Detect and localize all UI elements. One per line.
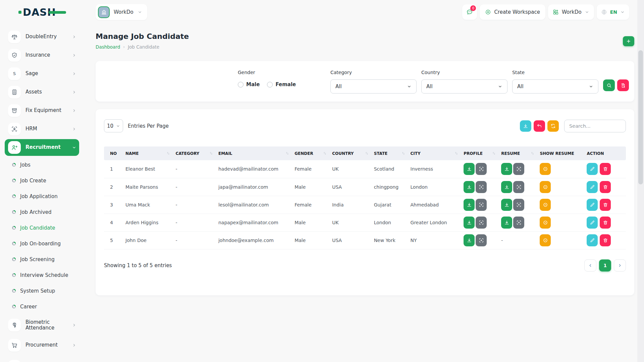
- entries-per-page-select[interactable]: 10: [104, 119, 123, 132]
- sort-icon[interactable]: [454, 152, 458, 155]
- sidebar-item-fix-equipment[interactable]: Fix Equipment: [5, 101, 79, 120]
- resume-download-button[interactable]: [501, 199, 512, 211]
- pagination-prev-button[interactable]: [584, 259, 596, 272]
- sidebar-subitem-job-screening[interactable]: Job Screening: [5, 251, 79, 267]
- breadcrumb-dashboard-link[interactable]: Dashboard: [96, 44, 120, 50]
- sidebar-subitem-job-create[interactable]: Job Create: [5, 173, 79, 188]
- delete-candidate-button[interactable]: [600, 234, 611, 246]
- breadcrumb: Dashboard › Job Candidate: [96, 44, 189, 50]
- messages-button[interactable]: 0: [462, 4, 477, 20]
- add-candidate-button[interactable]: [623, 36, 634, 46]
- sort-icon[interactable]: [323, 152, 327, 155]
- edit-candidate-button[interactable]: [587, 217, 598, 229]
- scrollbar-thumb[interactable]: [638, 50, 643, 184]
- column-header-resume[interactable]: RESUME: [498, 146, 537, 160]
- profile-preview-button[interactable]: [476, 181, 487, 193]
- radio-male[interactable]: [238, 82, 244, 87]
- sidebar-subitem-job-archived[interactable]: Job Archived: [5, 204, 79, 220]
- delete-candidate-button[interactable]: [600, 163, 611, 175]
- show-resume-button[interactable]: [540, 163, 551, 175]
- create-workspace-button[interactable]: Create Workspace: [480, 4, 545, 20]
- country-select[interactable]: All: [421, 79, 507, 94]
- profile-download-button[interactable]: [464, 181, 475, 193]
- pagination-next-button[interactable]: [614, 259, 626, 272]
- profile-download-button[interactable]: [464, 217, 475, 229]
- column-header-name[interactable]: NAME: [123, 146, 173, 160]
- sidebar-subitem-job-candidate[interactable]: Job Candidate: [5, 220, 79, 236]
- delete-candidate-button[interactable]: [600, 217, 611, 229]
- profile-preview-button[interactable]: [476, 199, 487, 211]
- show-resume-button[interactable]: [540, 199, 551, 211]
- resume-download-button[interactable]: [501, 163, 512, 175]
- sidebar-subitem-system-setup[interactable]: System Setup: [5, 283, 79, 299]
- profile-preview-button[interactable]: [476, 163, 487, 175]
- workspace-selector[interactable]: WorkDo: [96, 4, 147, 20]
- profile-download-button[interactable]: [464, 163, 475, 175]
- dash-logo[interactable]: DASH: [23, 6, 56, 18]
- resume-preview-button[interactable]: [513, 163, 524, 175]
- column-header-email[interactable]: EMAIL: [216, 146, 292, 160]
- sidebar-subitem-career[interactable]: Career: [5, 299, 79, 314]
- category-select[interactable]: All: [330, 79, 417, 94]
- column-header-city[interactable]: CITY: [408, 146, 461, 160]
- app-menu-selector[interactable]: WorkDo: [548, 4, 594, 20]
- edit-candidate-button[interactable]: [587, 199, 598, 211]
- sort-icon[interactable]: [285, 152, 289, 155]
- show-resume-button[interactable]: [540, 234, 551, 246]
- sidebar-item-assets[interactable]: Assets: [5, 83, 79, 101]
- sidebar-item-biometric-attendance[interactable]: Biometric Attendance: [5, 314, 79, 336]
- sidebar-subitem-job-on-boarding[interactable]: Job On-boarding: [5, 236, 79, 251]
- column-header-profile[interactable]: PROFILE: [461, 146, 498, 160]
- sort-icon[interactable]: [365, 152, 369, 155]
- edit-candidate-button[interactable]: [587, 163, 598, 175]
- resume-preview-button[interactable]: [513, 217, 524, 229]
- delete-candidate-button[interactable]: [600, 199, 611, 211]
- sidebar-item-insurance[interactable]: Insurance: [5, 46, 79, 64]
- column-header-country[interactable]: COUNTRY: [329, 146, 371, 160]
- gender-male-option[interactable]: Male: [238, 81, 260, 87]
- sidebar-subitem-interview-schedule[interactable]: Interview Schedule: [5, 267, 79, 283]
- pagination-page-1[interactable]: 1: [599, 259, 611, 272]
- sidebar-item-partial[interactable]: [5, 357, 79, 362]
- gender-female-option[interactable]: Female: [267, 81, 296, 87]
- cell-gender: Male: [292, 214, 329, 231]
- profile-download-button[interactable]: [464, 234, 475, 246]
- filter-reset-button[interactable]: [617, 79, 629, 91]
- sidebar-subitem-jobs[interactable]: Jobs: [5, 157, 79, 173]
- sidebar-item-doubleentry[interactable]: DoubleEntry: [5, 27, 79, 46]
- profile-preview-button[interactable]: [476, 234, 487, 246]
- radio-female[interactable]: [267, 82, 273, 87]
- cell-show-resume: [537, 196, 584, 214]
- sort-icon[interactable]: [531, 152, 534, 155]
- search-input[interactable]: [564, 120, 626, 132]
- show-resume-button[interactable]: [540, 217, 551, 229]
- filter-search-button[interactable]: [603, 79, 615, 91]
- show-resume-button[interactable]: [540, 181, 551, 193]
- reset-button[interactable]: [534, 120, 545, 132]
- column-header-state[interactable]: STATE: [371, 146, 408, 160]
- edit-candidate-button[interactable]: [587, 234, 598, 246]
- profile-download-button[interactable]: [464, 199, 475, 211]
- column-header-gender[interactable]: GENDER: [292, 146, 329, 160]
- state-select[interactable]: All: [512, 79, 598, 94]
- column-header-category[interactable]: CATEGORY: [173, 146, 216, 160]
- sidebar-item-procurement[interactable]: Procurement: [5, 336, 79, 354]
- sidebar-item-sage[interactable]: SSage: [5, 64, 79, 83]
- sidebar-item-recruitment[interactable]: Recruitment: [5, 139, 79, 156]
- resume-download-button[interactable]: [501, 217, 512, 229]
- sidebar-subitem-job-application[interactable]: Job Application: [5, 188, 79, 204]
- sort-icon[interactable]: [492, 152, 496, 155]
- language-selector[interactable]: EN: [597, 4, 629, 20]
- sidebar-item-hrm[interactable]: HRM: [5, 120, 79, 138]
- profile-preview-button[interactable]: [476, 217, 487, 229]
- sort-icon[interactable]: [209, 152, 213, 155]
- sort-icon[interactable]: [401, 152, 405, 155]
- edit-candidate-button[interactable]: [587, 181, 598, 193]
- refresh-button[interactable]: [547, 120, 559, 132]
- export-button[interactable]: [520, 120, 531, 132]
- resume-preview-button[interactable]: [513, 199, 524, 211]
- resume-preview-button[interactable]: [513, 181, 524, 193]
- sort-icon[interactable]: [166, 152, 170, 155]
- resume-download-button[interactable]: [501, 181, 512, 193]
- delete-candidate-button[interactable]: [600, 181, 611, 193]
